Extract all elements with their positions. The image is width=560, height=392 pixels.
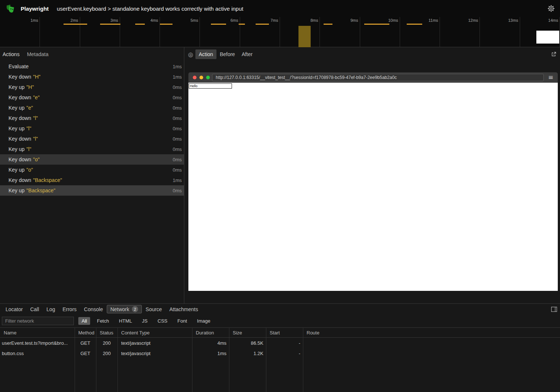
action-duration: 1ms: [173, 64, 182, 69]
action-tick-marker: [407, 24, 422, 25]
network-filter-input[interactable]: [2, 317, 74, 325]
action-tick-marker: [324, 24, 332, 25]
action-row[interactable]: Evaluate 1ms: [0, 61, 184, 72]
action-row[interactable]: Key down "e" 0ms: [0, 92, 184, 103]
settings-gear-icon[interactable]: [547, 5, 555, 12]
cell-status: 200: [96, 340, 117, 346]
table-row[interactable]: button.css GET 200 text/javascript 1ms 1…: [0, 348, 560, 358]
action-label: Key down: [8, 157, 31, 162]
action-row[interactable]: Key up "l" 0ms: [0, 123, 184, 134]
url-bar: http://127.0.0.1:63315/__vitest_test__/?…: [212, 74, 544, 81]
action-label: Key up: [8, 125, 25, 131]
filter-chip-css[interactable]: CSS: [154, 317, 171, 325]
filter-chip-image[interactable]: Image: [194, 317, 214, 325]
action-row[interactable]: Key up "Backspace" 0ms: [0, 185, 184, 196]
tab-network[interactable]: Network 2: [107, 305, 142, 313]
timeline-tick-label: 1ms: [0, 17, 40, 47]
tab-label: Call: [30, 306, 39, 312]
action-duration: 0ms: [173, 136, 182, 142]
tab-metadata[interactable]: Metadata: [27, 51, 48, 57]
tab-log[interactable]: Log: [43, 305, 59, 313]
filter-chip-js[interactable]: JS: [139, 317, 151, 325]
filter-chip-fetch[interactable]: Fetch: [93, 317, 112, 325]
action-arg: "l": [27, 125, 31, 131]
action-label: Key down: [8, 74, 31, 80]
cell-name: userEvent.test.ts?import&bro...: [0, 340, 75, 346]
action-row[interactable]: Key down "l" 0ms: [0, 113, 184, 123]
column-header-start: Start: [266, 330, 303, 336]
action-row[interactable]: Key down "l" 0ms: [0, 134, 184, 144]
timeline-tick-label: 12ms: [440, 17, 480, 47]
action-duration: 0ms: [173, 126, 182, 131]
action-duration: 1ms: [173, 178, 182, 183]
tab-attachments[interactable]: Attachments: [165, 305, 202, 313]
cell-method: GET: [75, 340, 96, 346]
action-tick-marker: [239, 24, 245, 25]
tab-action[interactable]: Action: [195, 49, 216, 59]
column-header-size: Size: [229, 330, 266, 336]
action-arg: "e": [27, 105, 33, 111]
actions-panel: Actions Metadata Evaluate 1ms Key down "…: [0, 47, 184, 303]
tab-call[interactable]: Call: [27, 305, 43, 313]
column-header-method: Method: [75, 330, 96, 336]
cell-duration: 1ms: [192, 351, 229, 356]
action-arg: "l": [33, 136, 38, 142]
timeline-track[interactable]: 1ms 2ms 3ms 4ms 5ms 6ms 7ms 8ms 9ms 10ms…: [0, 17, 560, 47]
action-label: Key down: [8, 115, 31, 121]
tab-errors[interactable]: Errors: [59, 305, 80, 313]
open-external-icon[interactable]: [551, 52, 556, 58]
cell-name: button.css: [0, 351, 75, 356]
column-header-duration: Duration: [192, 330, 229, 336]
column-header-content-type: Content Type: [117, 330, 192, 336]
action-label: Key up: [8, 146, 25, 152]
tab-source[interactable]: Source: [142, 305, 165, 313]
action-row[interactable]: Key down "Backspace" 1ms: [0, 175, 184, 185]
action-label: Key up: [8, 188, 25, 193]
tab-locator[interactable]: Locator: [2, 305, 27, 313]
playwright-logo-icon: [5, 3, 16, 14]
action-row[interactable]: Key up "l" 0ms: [0, 144, 184, 154]
tab-label: Attachments: [169, 306, 198, 312]
action-tick-marker: [64, 24, 87, 25]
filter-chip-font[interactable]: Font: [174, 317, 190, 325]
action-arg: "H": [27, 84, 34, 90]
traffic-lights: [193, 76, 210, 79]
action-label: Evaluate: [8, 63, 28, 69]
action-arg: "e": [33, 94, 40, 100]
filter-chip-all[interactable]: All: [78, 317, 90, 325]
network-table-header: Name Method Status Content Type Duration…: [0, 327, 560, 338]
action-row[interactable]: Key up "e" 0ms: [0, 103, 184, 113]
action-arg: "o": [27, 167, 33, 173]
details-panel: Locator Call Log Errors Console Network …: [0, 303, 560, 392]
browser-chrome: http://127.0.0.1:63315/__vitest_test__/?…: [188, 72, 558, 83]
action-label: Key down: [8, 177, 31, 183]
tab-console[interactable]: Console: [80, 305, 106, 313]
action-label: Key down: [8, 94, 31, 100]
timeline-tick-label: 6ms: [200, 17, 240, 47]
snapshot-panel: ◎ Action Before After http://127.0.0.1:6…: [185, 47, 560, 303]
table-row[interactable]: userEvent.test.ts?import&bro... GET 200 …: [0, 338, 560, 348]
column-header-route: Route: [303, 330, 560, 336]
text-input[interactable]: [189, 83, 232, 89]
action-row[interactable]: Key up "o" 0ms: [0, 165, 184, 175]
toggle-panel-layout-icon[interactable]: [551, 307, 557, 313]
pick-locator-icon[interactable]: ◎: [188, 51, 193, 58]
action-row[interactable]: Key down "o" 0ms: [0, 154, 184, 165]
details-tabs: Locator Call Log Errors Console Network …: [0, 304, 560, 314]
tab-before[interactable]: Before: [216, 49, 238, 59]
timeline-tick-label: 7ms: [240, 17, 280, 47]
filter-chip-html[interactable]: HTML: [116, 317, 135, 325]
action-row[interactable]: Key up "H" 0ms: [0, 82, 184, 92]
tab-after[interactable]: After: [238, 49, 256, 59]
tab-label: Console: [84, 306, 103, 312]
tab-label: Errors: [62, 306, 76, 312]
action-duration: 0ms: [173, 105, 182, 111]
cell-content-type: text/javascript: [117, 340, 192, 346]
tab-actions[interactable]: Actions: [3, 51, 20, 57]
action-row[interactable]: Key down "H" 1ms: [0, 72, 184, 82]
film-strip-thumbnail: [536, 31, 559, 44]
cell-duration: 4ms: [192, 340, 229, 346]
action-label: Key down: [8, 136, 31, 142]
test-title: userEvent.keyboard > standalone keyboard…: [57, 6, 243, 12]
selected-action-marker: [298, 26, 311, 47]
